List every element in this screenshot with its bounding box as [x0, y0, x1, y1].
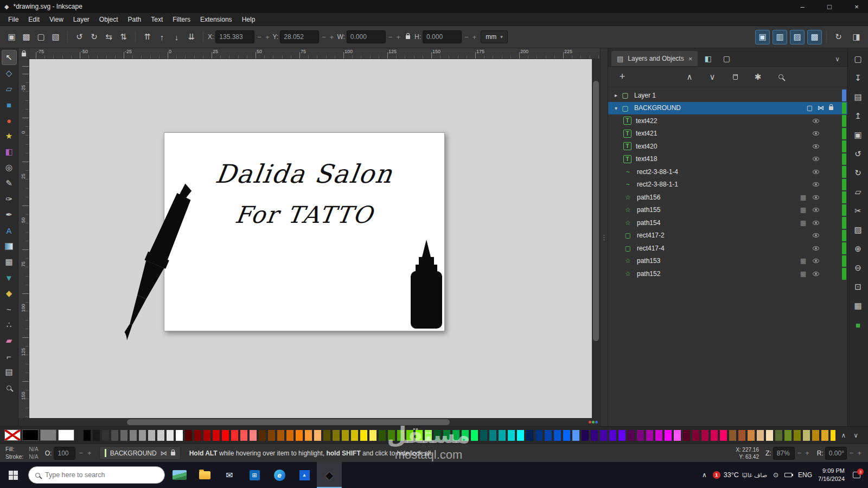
export-icon[interactable]: ↥: [851, 110, 865, 123]
palette-swatch[interactable]: [296, 430, 303, 441]
collapse-icon[interactable]: ▾: [611, 105, 621, 111]
palette-swatch[interactable]: [646, 430, 653, 441]
palette-swatch[interactable]: [738, 430, 745, 441]
tool-dropper[interactable]: ▼: [2, 270, 17, 285]
palette-swatch[interactable]: [803, 430, 810, 441]
lower-icon[interactable]: ↓: [169, 30, 184, 44]
vertical-scrollbar[interactable]: [592, 59, 600, 418]
zoom-in-icon[interactable]: ⊕: [851, 242, 865, 255]
field-y-increment[interactable]: +: [329, 33, 335, 41]
palette-swatch[interactable]: [766, 430, 773, 441]
menu-edit[interactable]: Edit: [23, 14, 44, 25]
palette-no-color-swatch[interactable]: [4, 429, 21, 441]
palette-swatch[interactable]: [821, 430, 828, 441]
v-ruler[interactable]: -250255075100125150175: [18, 59, 29, 418]
layer-row-path153[interactable]: ☆path153▦: [608, 255, 847, 268]
palette-swatch[interactable]: [305, 430, 312, 441]
zoom-fit-icon[interactable]: ⊡: [851, 280, 865, 293]
select-all-layers-icon[interactable]: ▩: [19, 30, 34, 44]
palette-swatch[interactable]: [360, 430, 367, 441]
deselect-icon[interactable]: ▢: [34, 30, 48, 44]
palette-swatch[interactable]: [535, 430, 542, 441]
redo-icon[interactable]: ↻: [851, 166, 865, 179]
tool-calligraphy[interactable]: ✒: [2, 207, 17, 222]
tool-spray[interactable]: ∴: [2, 317, 17, 332]
field-y-decrement[interactable]: −: [321, 33, 327, 41]
tool-star[interactable]: ★: [2, 129, 17, 144]
palette-swatch[interactable]: [397, 430, 404, 441]
copy-icon[interactable]: ▣: [851, 129, 865, 142]
field-h-increment[interactable]: +: [471, 33, 478, 41]
palette-swatch[interactable]: [582, 430, 589, 441]
tool-text[interactable]: A: [2, 223, 17, 238]
vertical-scrollbar-thumb[interactable]: [593, 81, 599, 341]
layer-row-path156[interactable]: ☆path156▦: [608, 191, 847, 204]
palette-swatch[interactable]: [452, 430, 459, 441]
tray-overflow-chevron-icon[interactable]: ∧: [702, 471, 707, 479]
taskbar-app-file-explorer[interactable]: [192, 462, 217, 488]
palette-swatch[interactable]: [167, 430, 174, 441]
tool-rectangle[interactable]: ■: [2, 97, 17, 112]
layer-row-layer-1[interactable]: ▸▢Layer 1: [608, 89, 847, 102]
import-icon[interactable]: ↧: [851, 72, 865, 85]
highlight-color-icon[interactable]: ▢: [807, 104, 813, 112]
palette-swatch[interactable]: [323, 430, 330, 441]
horizontal-scrollbar-thumb[interactable]: [127, 419, 450, 425]
display-rotation-icon[interactable]: ↻: [831, 30, 846, 44]
menu-filters[interactable]: Filters: [168, 14, 195, 25]
palette-swatch[interactable]: [194, 430, 201, 441]
horizontal-scrollbar[interactable]: [18, 418, 586, 426]
menu-layer[interactable]: Layer: [68, 14, 94, 25]
palette-gray-swatch[interactable]: [40, 429, 56, 441]
visibility-eye-icon[interactable]: [813, 232, 819, 239]
lower-to-bottom-icon[interactable]: ⇊: [184, 30, 199, 44]
tab-layers-and-objects[interactable]: ▤ Layers and Objects ×: [611, 51, 698, 66]
delete-layer-icon[interactable]: [727, 70, 743, 84]
h-ruler[interactable]: -75-50-250255075100125150175200225: [29, 48, 600, 59]
drawing-canvas[interactable]: Dalida Salon For TATTO: [29, 59, 592, 418]
layer-visibility-icon[interactable]: ⋈: [161, 450, 167, 457]
lock-icon[interactable]: [829, 104, 833, 112]
palette-swatch[interactable]: [748, 430, 755, 441]
zoom-out-icon[interactable]: ⊖: [851, 261, 865, 274]
menu-text[interactable]: Text: [146, 14, 168, 25]
palette-swatch[interactable]: [628, 430, 635, 441]
svg-page[interactable]: Dalida Salon For TATTO: [164, 132, 445, 331]
flip-horizontal-icon[interactable]: ⇆: [101, 30, 116, 44]
undo-icon[interactable]: ↺: [851, 147, 865, 160]
snap-controls-icon[interactable]: ◨: [849, 30, 864, 44]
palette-swatch[interactable]: [379, 430, 386, 441]
layer-settings-icon[interactable]: ✱: [750, 70, 765, 84]
palette-swatch[interactable]: [545, 430, 552, 441]
palette-swatch[interactable]: [222, 430, 229, 441]
palette-swatch[interactable]: [508, 430, 515, 441]
visibility-eye-icon[interactable]: [813, 206, 819, 214]
palette-black-swatch[interactable]: [22, 429, 39, 441]
palette-swatch[interactable]: [148, 430, 155, 441]
menu-help[interactable]: Help: [237, 14, 260, 25]
new-document-icon[interactable]: ▢: [851, 53, 865, 66]
weather-widget[interactable]: 1 33°C صاف غالبًا: [713, 471, 767, 479]
palette-swatch[interactable]: [775, 430, 782, 441]
menu-file[interactable]: File: [3, 14, 23, 25]
palette-swatch[interactable]: [563, 430, 570, 441]
notification-center[interactable]: 3: [851, 470, 863, 480]
palette-swatch[interactable]: [102, 430, 109, 441]
rotation-input[interactable]: 0.00°: [825, 447, 847, 460]
scale-stroke-width-icon[interactable]: ▣: [755, 30, 770, 44]
taskbar-app-task-view[interactable]: [167, 462, 192, 488]
tool-spiral[interactable]: ◎: [2, 160, 17, 175]
palette-white-swatch[interactable]: [58, 429, 74, 441]
visibility-eye-icon[interactable]: [813, 143, 819, 150]
maximize-button[interactable]: □: [818, 0, 841, 13]
print-icon[interactable]: ▤: [851, 91, 865, 104]
tray-status-icon[interactable]: ⊙: [773, 471, 778, 479]
field-x-input[interactable]: 135.383: [215, 30, 254, 43]
zoom-increment[interactable]: +: [804, 449, 810, 457]
field-w-input[interactable]: 0.000: [347, 30, 386, 43]
rotate-cw-icon[interactable]: ↻: [87, 30, 101, 44]
minimize-button[interactable]: –: [791, 0, 814, 13]
tool-box-3d[interactable]: ◧: [2, 144, 17, 159]
menu-extensions[interactable]: Extensions: [195, 14, 237, 25]
layer-row-path154[interactable]: ☆path154▦: [608, 216, 847, 229]
